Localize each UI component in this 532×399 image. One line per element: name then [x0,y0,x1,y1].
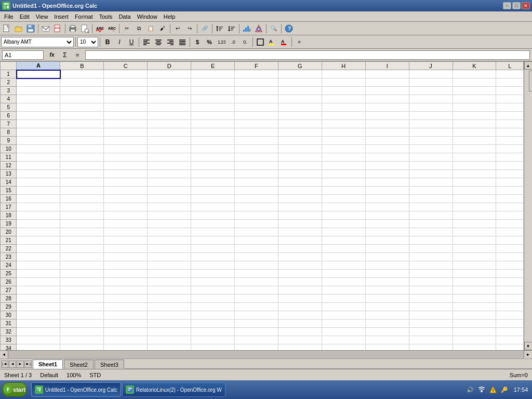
cell-I25[interactable] [365,270,409,278]
cell-B19[interactable] [60,220,104,228]
row-header-12[interactable]: 12 [1,162,17,170]
cell-E9[interactable] [191,137,235,145]
row-header-32[interactable]: 32 [1,328,17,336]
cell-K33[interactable] [453,336,496,344]
cell-D28[interactable] [148,295,191,303]
cell-E21[interactable] [191,236,235,245]
cell-I2[interactable] [365,78,409,87]
cell-L8[interactable] [496,128,524,137]
row-header-11[interactable]: 11 [1,153,17,162]
col-header-h[interactable]: H [322,62,365,70]
cell-K28[interactable] [453,295,496,303]
cell-E7[interactable] [191,120,235,128]
cell-I15[interactable] [365,187,409,195]
cell-I9[interactable] [365,137,409,145]
cell-K17[interactable] [453,203,496,211]
cell-I3[interactable] [365,87,409,95]
grid-scroll[interactable]: A B C D E F G H I J K L [0,61,524,350]
cell-F28[interactable] [235,295,278,303]
cell-C20[interactable] [104,228,148,236]
cell-L25[interactable] [496,270,524,278]
cell-A6[interactable] [17,112,60,120]
cell-J11[interactable] [409,153,453,162]
cell-H28[interactable] [322,295,365,303]
cell-H7[interactable] [322,120,365,128]
cell-K22[interactable] [453,245,496,253]
cell-A27[interactable] [17,286,60,295]
cell-K27[interactable] [453,286,496,295]
cell-F25[interactable] [235,270,278,278]
cell-C15[interactable] [104,187,148,195]
cell-C4[interactable] [104,95,148,103]
more-button[interactable]: » [294,36,305,48]
col-header-k[interactable]: K [453,62,496,70]
cell-J33[interactable] [409,336,453,344]
cell-I19[interactable] [365,220,409,228]
cell-B16[interactable] [60,195,104,203]
cell-K34[interactable] [453,344,496,351]
cell-L1[interactable] [496,70,524,78]
cell-J12[interactable] [409,162,453,170]
cell-G10[interactable] [278,145,322,153]
cell-F20[interactable] [235,228,278,236]
col-header-j[interactable]: J [409,62,453,70]
cell-F31[interactable] [235,320,278,328]
cell-K14[interactable] [453,178,496,187]
cell-L26[interactable] [496,278,524,286]
cell-G27[interactable] [278,286,322,295]
start-button[interactable]: start [2,382,27,397]
cell-E16[interactable] [191,195,235,203]
cell-B3[interactable] [60,87,104,95]
cell-D33[interactable] [148,336,191,344]
cell-E28[interactable] [191,295,235,303]
cell-D21[interactable] [148,236,191,245]
cell-F23[interactable] [235,253,278,261]
menu-insert[interactable]: Insert [51,11,72,21]
menu-help[interactable]: Help [161,11,179,21]
cell-G12[interactable] [278,162,322,170]
cell-L15[interactable] [496,187,524,195]
cell-H27[interactable] [322,286,365,295]
cell-F15[interactable] [235,187,278,195]
row-header-18[interactable]: 18 [1,211,17,220]
cell-A18[interactable] [17,211,60,220]
thousands-button[interactable]: 1,23 [216,36,227,48]
cell-K2[interactable] [453,78,496,87]
cell-H22[interactable] [322,245,365,253]
cell-K7[interactable] [453,120,496,128]
cell-E33[interactable] [191,336,235,344]
cell-A24[interactable] [17,261,60,270]
cell-G14[interactable] [278,178,322,187]
cell-A12[interactable] [17,162,60,170]
maximize-button[interactable]: □ [512,2,521,9]
cell-G32[interactable] [278,328,322,336]
cell-E17[interactable] [191,203,235,211]
row-header-14[interactable]: 14 [1,178,17,187]
hyperlink-button[interactable]: 🔗 [199,23,210,34]
sort-desc-button[interactable] [226,23,237,34]
cell-E15[interactable] [191,187,235,195]
help-button[interactable]: ? [283,23,295,34]
cell-H23[interactable] [322,253,365,261]
col-header-e[interactable]: E [191,62,235,70]
menu-window[interactable]: Window [134,11,161,21]
row-header-21[interactable]: 21 [1,236,17,245]
cell-I33[interactable] [365,336,409,344]
scroll-right-button[interactable]: ► [524,351,532,358]
cell-J8[interactable] [409,128,453,137]
cell-H30[interactable] [322,311,365,320]
cell-D23[interactable] [148,253,191,261]
cell-I34[interactable] [365,344,409,351]
cell-K21[interactable] [453,236,496,245]
cell-reference-input[interactable] [2,50,44,60]
cell-B23[interactable] [60,253,104,261]
row-header-13[interactable]: 13 [1,170,17,178]
cell-J26[interactable] [409,278,453,286]
cell-B4[interactable] [60,95,104,103]
taskbar-item-1[interactable]: RelatorioLinux(2) - OpenOffice.org W [122,382,225,397]
cell-B34[interactable] [60,344,104,351]
cell-I6[interactable] [365,112,409,120]
cell-K18[interactable] [453,211,496,220]
cell-B8[interactable] [60,128,104,137]
cell-G17[interactable] [278,203,322,211]
